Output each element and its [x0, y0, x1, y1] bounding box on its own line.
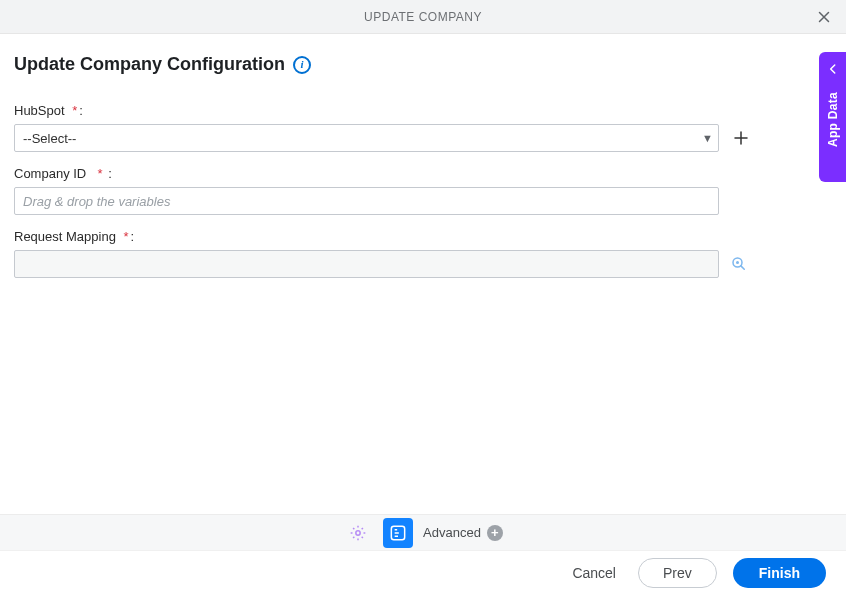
app-data-panel-label: App Data — [826, 92, 840, 147]
chevron-left-icon — [824, 58, 842, 80]
app-data-panel-toggle[interactable]: App Data — [819, 52, 846, 182]
prev-button[interactable]: Prev — [638, 558, 717, 588]
advanced-label[interactable]: Advanced — [423, 525, 481, 540]
add-connection-button[interactable] — [729, 126, 753, 150]
dialog-header: UPDATE COMPANY — [0, 0, 846, 34]
svg-point-2 — [356, 530, 360, 534]
request-mapping-input[interactable] — [14, 250, 719, 278]
page-title: Update Company Configuration — [14, 54, 285, 75]
company-id-input[interactable] — [14, 187, 719, 215]
company-id-label: Company ID * : — [14, 166, 832, 181]
request-mapping-label: Request Mapping *: — [14, 229, 832, 244]
preview-mapping-icon[interactable] — [729, 254, 749, 274]
hubspot-select[interactable]: ▼ — [14, 124, 719, 152]
info-icon[interactable]: i — [293, 56, 311, 74]
add-advanced-icon[interactable]: + — [487, 525, 503, 541]
connector-icon[interactable] — [383, 518, 413, 548]
dialog-title: UPDATE COMPANY — [364, 10, 482, 24]
close-icon[interactable] — [810, 3, 838, 31]
hubspot-label: HubSpot *: — [14, 103, 832, 118]
cancel-button[interactable]: Cancel — [566, 559, 622, 587]
hubspot-select-input[interactable] — [14, 124, 719, 152]
finish-button[interactable]: Finish — [733, 558, 826, 588]
footer-buttons: Cancel Prev Finish — [0, 550, 846, 595]
svg-point-1 — [736, 261, 739, 264]
settings-icon[interactable] — [343, 518, 373, 548]
bottom-toolbar: Advanced + — [0, 514, 846, 550]
